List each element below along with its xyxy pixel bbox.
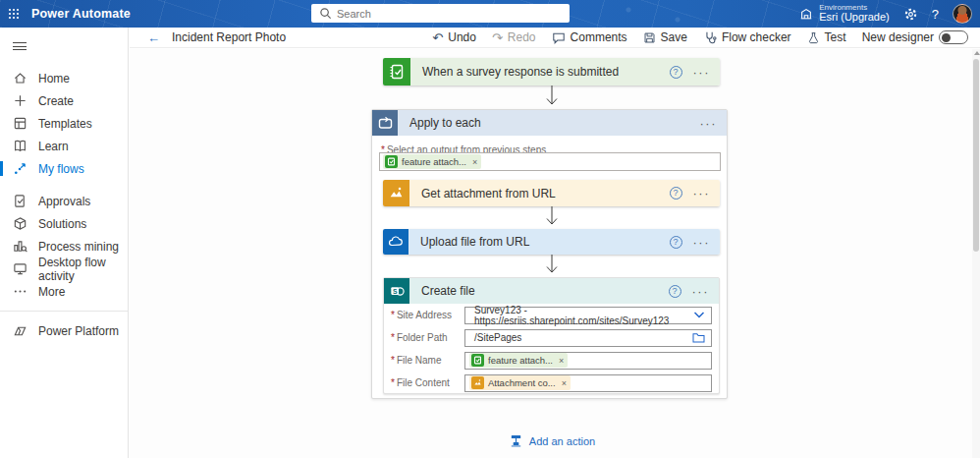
undo-button[interactable]: ↶ Undo [432, 30, 476, 44]
token-remove-icon[interactable]: × [560, 378, 567, 388]
sidebar-item-label: Solutions [38, 217, 86, 231]
flow-checker-button[interactable]: Flow checker [703, 30, 791, 44]
top-app-bar: Power Automate Environments Esri (Upgrad… [0, 0, 980, 28]
create-file-card: S Create file ? ··· *Site Address Su [383, 277, 720, 394]
file-name-input[interactable]: feature attach... × [464, 352, 712, 370]
user-avatar[interactable] [953, 4, 972, 24]
back-arrow-icon[interactable]: ← [147, 31, 160, 44]
add-action-label: Add an action [529, 435, 595, 447]
flow-title: Incident Report Photo [172, 30, 286, 44]
test-button[interactable]: Test [807, 30, 846, 44]
file-content-token[interactable]: Attachment co... × [469, 375, 571, 390]
file-name-token[interactable]: feature attach... × [469, 353, 568, 368]
left-navigation: Home Create Templates Learn [0, 28, 129, 458]
scrollbar-up-arrow[interactable] [974, 51, 980, 55]
sidebar-item-label: Templates [38, 117, 92, 131]
token-remove-icon[interactable]: × [470, 157, 477, 167]
search-input[interactable] [311, 4, 570, 23]
token-remove-icon[interactable]: × [557, 356, 564, 366]
create-file-menu-icon[interactable]: ··· [692, 285, 710, 298]
app-title[interactable]: Power Automate [31, 7, 131, 21]
token-label: feature attach... [402, 156, 466, 167]
hamburger-menu-icon[interactable] [0, 33, 39, 59]
create-file-help-icon[interactable]: ? [669, 285, 681, 298]
create-file-title: Create file [409, 284, 475, 298]
sidebar-item-learn[interactable]: Learn [0, 135, 128, 157]
file-name-label: *File Name [391, 355, 464, 366]
sidebar-item-label: Learn [38, 140, 69, 153]
flow-toolbar: ← Incident Report Photo ↶ Undo ↷ Redo Co… [130, 28, 980, 48]
trigger-card[interactable]: When a survey response is submitted ? ··… [383, 58, 720, 86]
chevron-down-icon[interactable] [693, 311, 707, 319]
redo-label: Redo [508, 30, 536, 44]
save-button[interactable]: Save [643, 30, 687, 44]
redo-icon: ↷ [492, 31, 503, 44]
sidebar-item-home[interactable]: Home [0, 67, 128, 89]
folder-path-label-text: Folder Path [397, 332, 448, 343]
file-name-row: *File Name feature attach... × [384, 349, 719, 372]
feature-attachment-token[interactable]: feature attach... × [383, 154, 481, 169]
required-asterisk: * [391, 355, 395, 366]
environment-picker[interactable]: Environments Esri (Upgrade) [799, 4, 890, 24]
trigger-menu-icon[interactable]: ··· [693, 66, 711, 79]
main-area: ← Incident Report Photo ↶ Undo ↷ Redo Co… [130, 28, 980, 458]
apply-to-each-header[interactable]: Apply to each ··· [372, 110, 727, 136]
sidebar-item-more[interactable]: More [0, 280, 128, 303]
sidebar-item-solutions[interactable]: Solutions [0, 212, 128, 235]
vertical-scrollbar[interactable] [972, 49, 980, 458]
onedrive-cloud-icon [383, 229, 408, 255]
sidebar-item-label: My flows [38, 162, 84, 176]
search-icon [319, 7, 332, 23]
folder-picker-icon[interactable] [692, 332, 707, 343]
flask-icon [807, 31, 820, 44]
get-attachment-title: Get attachment from URL [409, 187, 556, 200]
sidebar-item-power-platform[interactable]: Power Platform [0, 319, 128, 342]
survey123-token-icon [471, 354, 484, 367]
settings-gear-icon[interactable] [903, 7, 918, 22]
folder-path-label: *Folder Path [391, 332, 464, 343]
sidebar-item-templates[interactable]: Templates [0, 112, 128, 135]
loop-icon [372, 110, 398, 136]
environments-label: Environments [819, 4, 890, 12]
get-attachment-menu-icon[interactable]: ··· [693, 187, 711, 200]
home-icon [13, 71, 27, 86]
help-icon[interactable]: ? [932, 7, 939, 22]
get-attachment-help-icon[interactable]: ? [670, 187, 682, 200]
scrollbar-thumb[interactable] [973, 59, 979, 252]
apply-to-each-menu-icon[interactable]: ··· [700, 117, 718, 130]
apply-to-each-title: Apply to each [398, 116, 481, 130]
folder-path-input[interactable]: /SitePages [464, 329, 712, 347]
sidebar-item-my-flows[interactable]: My flows [0, 157, 128, 180]
upload-file-card[interactable]: Upload file from URL ? ··· [383, 229, 720, 255]
file-content-row: *File Content Attachment co... × [384, 372, 719, 394]
survey123-icon [383, 58, 410, 86]
site-address-dropdown[interactable]: Survey123 - https://esriis.sharepoint.co… [464, 307, 712, 324]
sidebar-item-label: Process mining [38, 240, 119, 254]
trigger-help-icon[interactable]: ? [670, 66, 682, 79]
trigger-title: When a survey response is submitted [410, 65, 619, 79]
undo-icon: ↶ [432, 31, 443, 44]
waffle-menu-icon[interactable] [0, 0, 27, 28]
global-search[interactable] [311, 4, 570, 23]
sidebar-item-approvals[interactable]: Approvals [0, 190, 128, 212]
upload-file-menu-icon[interactable]: ··· [693, 236, 711, 249]
add-action-icon [509, 433, 523, 448]
redo-button[interactable]: ↷ Redo [492, 30, 536, 44]
file-content-input[interactable]: Attachment co... × [464, 374, 712, 392]
output-select-input[interactable]: feature attach... × [379, 152, 721, 171]
create-file-header[interactable]: S Create file ? ··· [384, 278, 719, 304]
new-designer-toggle[interactable] [939, 30, 968, 44]
required-asterisk: * [391, 377, 395, 388]
get-attachment-card[interactable]: Get attachment from URL ? ··· [383, 180, 720, 206]
solutions-box-icon [13, 216, 27, 231]
stethoscope-icon [703, 30, 717, 44]
site-address-label: *Site Address [391, 310, 464, 320]
process-mining-icon [13, 239, 27, 254]
flow-checker-label: Flow checker [722, 30, 791, 44]
add-action-button[interactable]: Add an action [463, 433, 640, 448]
sidebar-item-desktop-flow-activity[interactable]: Desktop flow activity [0, 258, 128, 280]
sidebar-item-create[interactable]: Create [0, 89, 128, 112]
upload-file-title: Upload file from URL [408, 235, 529, 249]
comments-button[interactable]: Comments [552, 30, 627, 44]
upload-file-help-icon[interactable]: ? [670, 236, 682, 249]
